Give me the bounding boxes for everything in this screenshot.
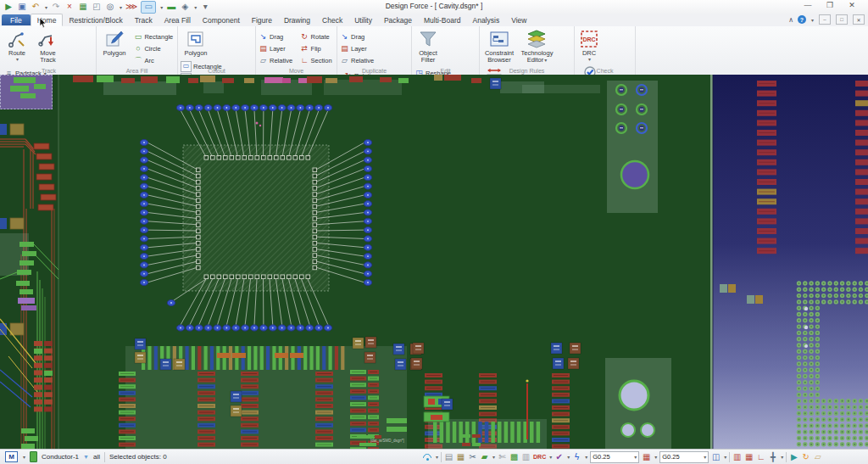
verify-icon[interactable]: ✔ <box>554 451 564 462</box>
grid-combo-1[interactable]: G0.25▾ <box>590 451 639 463</box>
route-corner-icon[interactable]: ∟ <box>756 451 765 462</box>
area-fill-icon[interactable]: ▰ <box>480 451 489 462</box>
drc-check-icon-dropdown[interactable]: ▾ <box>549 454 552 460</box>
layer-icon: ▤ <box>340 44 349 53</box>
grid-snap-icon[interactable]: ▦ <box>642 451 651 462</box>
online-check-icon-dropdown[interactable]: ▾ <box>436 454 438 460</box>
doc-close-icon[interactable]: ✕ <box>853 14 865 25</box>
doc-restore-icon[interactable]: □ <box>836 14 848 25</box>
move-object-icon[interactable]: ╋ <box>768 451 777 462</box>
component-icon[interactable]: ▦ <box>456 451 465 462</box>
tab-analysis[interactable]: Analysis <box>467 14 506 25</box>
minimize-icon[interactable]: — <box>797 1 819 9</box>
area-fill-polygon-button[interactable]: Polygon <box>99 27 130 57</box>
move-relative-button[interactable]: ▱Relative <box>259 54 292 66</box>
layer-visibility-icon[interactable]: ◫ <box>711 451 721 462</box>
tab-multi-board[interactable]: Multi-Board <box>418 14 466 25</box>
help-icon[interactable]: ? <box>798 15 806 24</box>
cutout-polygon-button[interactable]: Polygon <box>181 27 211 57</box>
filter-icon[interactable]: ▼ <box>83 454 89 460</box>
route-button[interactable]: Route▾ <box>4 27 30 63</box>
tab-package[interactable]: Package <box>378 14 418 25</box>
drc-check-icon[interactable]: DRC <box>533 451 546 462</box>
ribbon-group-check: DRC DRC▾ Check Results Check <box>575 26 636 75</box>
object-filter-icon <box>418 29 438 49</box>
grid-combo-2[interactable]: G0.25▾ <box>659 451 709 463</box>
rotate-icon: ↻ <box>300 32 309 42</box>
tab-track[interactable]: Track <box>129 14 159 25</box>
tab-check[interactable]: Check <box>316 14 348 25</box>
route-icon <box>7 29 27 49</box>
database-icon[interactable]: ▥ <box>521 451 531 462</box>
technology-editor-button[interactable]: Technology Editor▾ <box>520 27 554 64</box>
constraint-browser-button[interactable]: Constraint Browser <box>482 27 516 64</box>
layer-visibility-icon-dropdown[interactable]: ▾ <box>724 454 726 460</box>
sheet-icon[interactable]: ▱ <box>813 451 822 462</box>
move-flip-button[interactable]: ⇄Flip <box>300 42 332 54</box>
pcb-canvas[interactable]: [dat_w/SMD_dsgn*] <box>0 75 868 450</box>
selected-objects-label: Selected objects: 0 <box>109 453 167 461</box>
active-layer-label[interactable]: Conductor-1 <box>42 453 79 461</box>
restore-icon[interactable]: ❐ <box>819 1 841 9</box>
move-drag-button[interactable]: ↘Drag <box>259 31 292 42</box>
ribbon: Route▾ Move Track ≡Padstack▾ ○Pad Track … <box>0 26 868 75</box>
report-icon[interactable]: ▤ <box>444 451 453 462</box>
move-layer-button[interactable]: ▤Layer <box>259 42 292 54</box>
area-fill-circle-button[interactable]: ○Circle <box>133 42 173 54</box>
ribbon-group-track: Route▾ Move Track ≡Padstack▾ ○Pad Track <box>2 26 97 75</box>
drag-icon: ↘ <box>259 32 268 42</box>
duplicate-drag-button[interactable]: ↘Drag <box>340 31 374 42</box>
mouse-cursor <box>39 18 47 28</box>
close-icon[interactable]: ✕ <box>841 1 863 9</box>
ribbon-group-design-rules: Constraint Browser Technology Editor▾ Ru… <box>480 26 575 75</box>
board-icon[interactable]: ▩ <box>509 451 519 462</box>
tab-home[interactable]: Home <box>31 14 64 26</box>
wire-cut-icon[interactable]: ✄ <box>498 451 507 462</box>
doc-minimize-icon[interactable]: – <box>819 14 831 25</box>
duplicate-relative-button[interactable]: ▱Relative <box>340 54 374 66</box>
area-fill-icon-dropdown[interactable]: ▾ <box>492 454 495 460</box>
drc-button[interactable]: DRC DRC▾ <box>577 27 601 63</box>
tab-utility[interactable]: Utility <box>348 14 378 25</box>
move-track-button[interactable]: Move Track <box>33 27 62 64</box>
drc-icon: DRC <box>579 29 599 49</box>
svg-text:[dat_w/SMD_dsgn*]: [dat_w/SMD_dsgn*] <box>370 439 404 443</box>
move-object-icon-dropdown[interactable]: ▾ <box>781 454 783 460</box>
component-highlight-icon[interactable]: ▦ <box>744 451 754 462</box>
polygon-cutout-icon <box>186 29 206 49</box>
tab-file[interactable]: File <box>2 14 31 25</box>
collapse-ribbon-icon[interactable]: ∧ <box>788 16 793 24</box>
arc-icon: ⌒ <box>133 56 142 65</box>
pan-icon[interactable]: ▶ <box>789 451 798 462</box>
layer-book-icon[interactable]: ▥ <box>732 451 742 462</box>
section-icon: ∟ <box>300 56 309 65</box>
tab-component[interactable]: Component <box>197 14 246 25</box>
svg-text:DRC: DRC <box>582 36 595 42</box>
tab-area-fill[interactable]: Area Fill <box>159 14 197 25</box>
tab-figure[interactable]: Figure <box>246 14 278 25</box>
mode-indicator[interactable]: M <box>5 451 18 462</box>
tab-restriction-block[interactable]: Restriction/Block <box>63 14 128 25</box>
rectangle-icon: ▭ <box>133 32 142 42</box>
layer-icon: ▤ <box>259 44 268 53</box>
highlight-net-icon[interactable]: ϟ <box>572 451 581 462</box>
tab-drawing[interactable]: Drawing <box>278 14 316 25</box>
filter-label[interactable]: all <box>93 453 100 461</box>
layer-color-icon[interactable] <box>30 451 37 462</box>
online-check-icon[interactable] <box>421 451 432 462</box>
move-section-button[interactable]: ∟Section <box>300 54 332 66</box>
duplicate-layer-button[interactable]: ▤Layer <box>340 42 374 54</box>
grid-snap-icon-dropdown[interactable]: ▾ <box>654 454 657 460</box>
status-bar: M▾ Conductor-1 ▼ all Selected objects: 0… <box>0 449 868 464</box>
redraw-icon[interactable]: ↻ <box>801 451 810 462</box>
move-track-icon <box>37 29 58 49</box>
circle-icon: ○ <box>133 44 142 53</box>
object-filter-button[interactable]: Object Filter <box>415 27 442 64</box>
highlight-net-icon-dropdown[interactable]: ▾ <box>585 454 587 460</box>
tab-view[interactable]: View <box>505 14 532 25</box>
cut-net-icon[interactable]: ✂ <box>468 451 477 462</box>
move-rotate-button[interactable]: ↻Rotate <box>300 31 332 42</box>
area-fill-rectangle-button[interactable]: ▭Rectangle <box>133 31 173 42</box>
verify-icon-dropdown[interactable]: ▾ <box>567 454 570 460</box>
area-fill-arc-button[interactable]: ⌒Arc <box>133 54 173 66</box>
